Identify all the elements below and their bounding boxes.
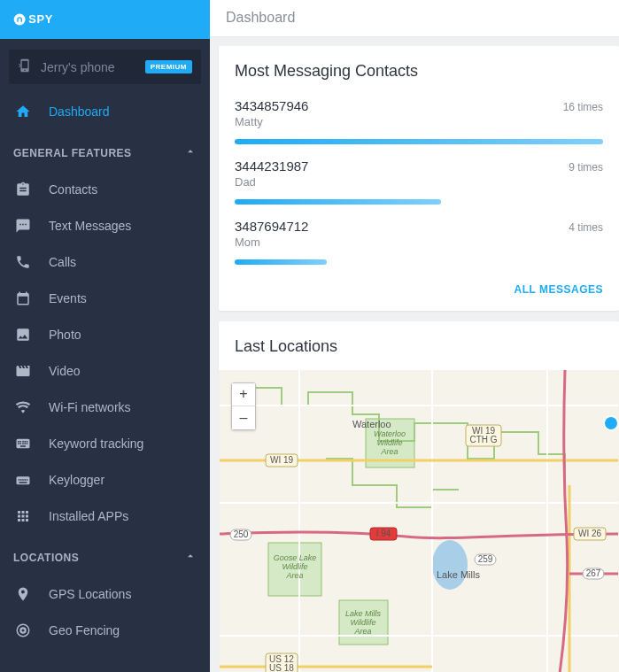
page-title: Dashboard (226, 10, 295, 26)
contact-bar (235, 259, 327, 265)
svg-point-31 (604, 416, 618, 430)
home-icon (13, 104, 33, 120)
clipboard-icon (13, 182, 33, 197)
svg-text:250: 250 (234, 529, 249, 539)
nav-geo-fencing[interactable]: Geo Fencing (0, 612, 210, 648)
map[interactable]: + – (219, 370, 619, 672)
wifi-icon (13, 399, 33, 415)
nav-gps-locations[interactable]: GPS Locations (0, 575, 210, 612)
keyboard-icon (13, 436, 33, 452)
contact-name: Mom (235, 236, 603, 249)
message-icon (13, 218, 33, 234)
nav-label: Wi-Fi networks (49, 400, 131, 414)
content: Most Messaging Contacts 3434857946 16 ti… (210, 37, 619, 672)
nav-label: Text Messages (49, 219, 131, 233)
premium-badge: PREMIUM (145, 60, 192, 73)
nav-label: Keyword tracking (49, 436, 143, 451)
nav-label: Events (49, 291, 87, 305)
target-icon (13, 622, 33, 638)
map-shield: WI 26 (578, 529, 602, 538)
svg-text:267: 267 (586, 568, 601, 578)
nav-label: Dashboard (49, 104, 110, 119)
main-area: Dashboard Most Messaging Contacts 343485… (210, 0, 619, 672)
contact-bar (235, 199, 441, 205)
svg-text:Goose Lake: Goose Lake (274, 553, 317, 562)
section-title: GENERAL FEATURES (13, 147, 132, 159)
svg-rect-2 (220, 370, 618, 672)
nav-label: GPS Locations (49, 587, 131, 601)
nav-photo[interactable]: Photo (0, 316, 210, 352)
apps-icon (13, 508, 33, 524)
keylogger-icon (13, 472, 33, 488)
nav-label: Geo Fencing (49, 623, 120, 637)
zoom-control: + – (231, 382, 256, 430)
calendar-icon (13, 290, 33, 306)
map-shield: WI 19 (270, 455, 294, 465)
chevron-up-icon (184, 145, 197, 160)
svg-text:CTH G: CTH G (469, 435, 497, 444)
contact-name: Matty (235, 115, 603, 128)
svg-text:Wildlife: Wildlife (351, 618, 376, 627)
contact-count: 16 times (563, 101, 603, 113)
contact-number: 3487694712 (235, 219, 308, 234)
all-messages-link[interactable]: ALL MESSAGES (515, 283, 603, 296)
svg-text:Area: Area (380, 447, 398, 456)
section-locations[interactable]: LOCATIONS (0, 534, 210, 575)
map-town: Waterloo (352, 419, 391, 429)
contact-row: 3434857946 16 times Matty (219, 89, 619, 150)
contact-row: 3444231987 9 times Dad (219, 150, 619, 210)
map-town: Lake Mills (437, 569, 480, 580)
device-icon (18, 58, 32, 75)
phone-icon (13, 254, 33, 270)
brand-bar: SPY (0, 0, 210, 39)
zoom-out-button[interactable]: – (232, 406, 255, 429)
nav-label: Keylogger (49, 473, 104, 487)
video-icon (13, 363, 33, 379)
nav-keyword-tracking[interactable]: Keyword tracking (0, 425, 210, 461)
contact-number: 3434857946 (235, 98, 308, 113)
contact-number: 3444231987 (235, 158, 308, 174)
svg-text:Waterloo: Waterloo (374, 429, 406, 438)
sidebar: SPY Jerry's phone PREMIUM Dashboard GENE… (0, 0, 210, 672)
brand-logo: SPY (13, 11, 89, 28)
chevron-up-icon (184, 550, 197, 565)
map-canvas: WI 19 WI 19 CTH G WI 26 US 12 US 18 I 94… (219, 370, 619, 672)
nav-label: Photo (49, 328, 81, 342)
nav-dashboard[interactable]: Dashboard (0, 93, 210, 129)
section-general-features[interactable]: GENERAL FEATURES (0, 129, 210, 171)
device-name: Jerry's phone (41, 60, 145, 74)
nav-wifi[interactable]: Wi-Fi networks (0, 389, 210, 425)
device-selector[interactable]: Jerry's phone PREMIUM (9, 50, 201, 84)
svg-text:Area: Area (353, 627, 371, 636)
nav-label: Video (49, 364, 81, 378)
nav-text-messages[interactable]: Text Messages (0, 207, 210, 243)
svg-point-0 (14, 14, 26, 26)
nav-keylogger[interactable]: Keylogger (0, 461, 210, 498)
messaging-card: Most Messaging Contacts 3434857946 16 ti… (219, 46, 619, 311)
nav-label: Calls (49, 255, 76, 269)
svg-text:SPY: SPY (28, 12, 53, 26)
svg-text:Area: Area (285, 571, 303, 580)
section-title: LOCATIONS (13, 552, 79, 564)
nav-video[interactable]: Video (0, 352, 210, 389)
pin-icon (13, 586, 33, 602)
zoom-in-button[interactable]: + (232, 383, 255, 406)
card-title: Last Locations (219, 321, 619, 365)
nav-label: Contacts (49, 182, 97, 197)
nav-events[interactable]: Events (0, 280, 210, 316)
contact-count: 4 times (569, 221, 603, 234)
map-shield: I 94 (376, 529, 391, 538)
contact-row: 3487694712 4 times Mom (219, 210, 619, 270)
card-title: Most Messaging Contacts (219, 46, 619, 89)
svg-text:259: 259 (478, 554, 493, 564)
photo-icon (13, 327, 33, 343)
nav-contacts[interactable]: Contacts (0, 171, 210, 207)
svg-text:Wildlife: Wildlife (377, 438, 403, 447)
contact-count: 9 times (569, 161, 603, 174)
svg-point-3 (432, 540, 468, 590)
nav-calls[interactable]: Calls (0, 243, 210, 280)
nav-installed-apps[interactable]: Installed APPs (0, 498, 210, 534)
nav-label: Installed APPs (49, 509, 128, 523)
locations-card: Last Locations + – (219, 321, 619, 672)
contact-bar (235, 139, 603, 144)
